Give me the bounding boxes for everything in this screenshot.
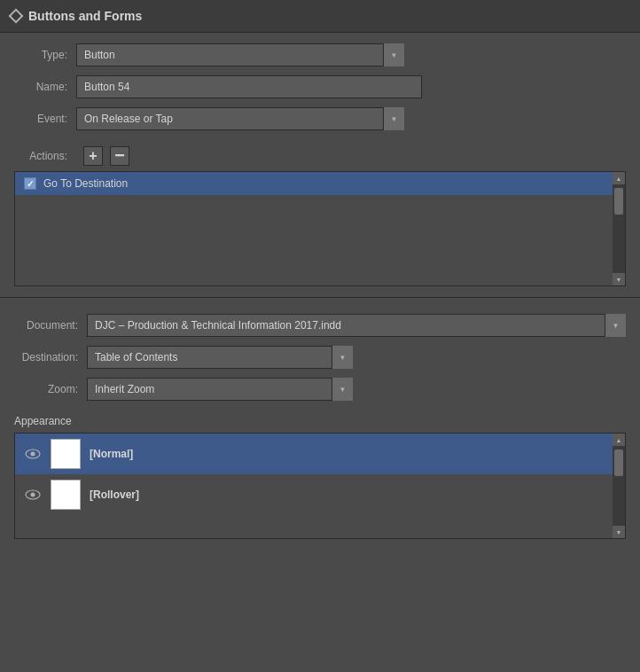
appearance-item-label-rollover: [Rollover] <box>90 488 139 501</box>
svg-point-3 <box>31 493 35 497</box>
actions-label: Actions: <box>14 150 76 162</box>
scroll-thumb[interactable] <box>614 188 623 215</box>
actions-list-container: Go To Destination ▲ ▼ <box>14 171 626 286</box>
appearance-item-rollover[interactable]: [Rollover] <box>15 474 613 515</box>
appearance-list: [Normal] [Rollover] <box>15 434 613 538</box>
panel-title: Buttons and Forms <box>28 9 142 23</box>
destination-select[interactable]: Table of Contents <box>87 346 353 369</box>
zoom-label: Zoom: <box>14 383 87 395</box>
appearance-scrollbar: ▲ ▼ <box>613 434 625 538</box>
actions-list: Go To Destination <box>15 172 613 285</box>
actions-scrollbar: ▲ ▼ <box>613 172 625 285</box>
appearance-scroll-up[interactable]: ▲ <box>613 434 625 446</box>
scroll-track <box>613 184 625 273</box>
appearance-scroll-thumb[interactable] <box>614 449 623 476</box>
action-checkbox[interactable] <box>24 177 36 190</box>
event-row: Event: On Release or Tap <box>14 107 626 130</box>
document-select-wrapper: DJC – Production & Technical Information… <box>87 314 626 337</box>
name-label: Name: <box>14 81 76 93</box>
type-select-wrapper: Button <box>76 43 404 66</box>
type-row: Type: Button <box>14 43 626 66</box>
add-action-button[interactable]: + <box>83 146 103 166</box>
type-label: Type: <box>14 49 76 61</box>
buttons-and-forms-panel: Buttons and Forms Type: Button Name: Eve… <box>0 0 640 539</box>
destination-select-wrapper: Table of Contents <box>87 346 353 369</box>
appearance-scroll-track <box>613 446 625 526</box>
remove-action-button[interactable]: − <box>110 146 129 166</box>
action-item-label: Go To Destination <box>43 177 128 190</box>
type-select[interactable]: Button <box>76 43 404 66</box>
form-section: Type: Button Name: Event: On Release or … <box>0 33 640 141</box>
document-row: Document: DJC – Production & Technical I… <box>14 314 626 337</box>
scroll-down-arrow[interactable]: ▼ <box>613 273 625 285</box>
appearance-item-label-normal: [Normal] <box>90 448 133 460</box>
panel-header: Buttons and Forms <box>0 0 640 33</box>
zoom-row: Zoom: Inherit Zoom <box>14 378 626 401</box>
appearance-list-container: [Normal] [Rollover] ▲ ▼ <box>14 433 626 539</box>
event-label: Event: <box>14 113 76 125</box>
action-item[interactable]: Go To Destination <box>15 172 613 195</box>
eye-svg-normal <box>25 449 41 459</box>
document-label: Document: <box>14 319 87 332</box>
event-select-wrapper: On Release or Tap <box>76 107 404 130</box>
appearance-item-normal[interactable]: [Normal] <box>15 434 613 474</box>
thumbnail-rollover <box>51 480 81 510</box>
destination-section: Document: DJC – Production & Technical I… <box>0 307 640 408</box>
event-select[interactable]: On Release or Tap <box>76 107 404 130</box>
diamond-icon <box>9 9 24 24</box>
thumbnail-normal <box>51 439 81 469</box>
svg-point-1 <box>31 452 35 457</box>
eye-icon-rollover[interactable] <box>24 488 42 501</box>
scroll-up-arrow[interactable]: ▲ <box>613 172 625 184</box>
zoom-select[interactable]: Inherit Zoom <box>87 378 353 401</box>
eye-svg-rollover <box>25 489 41 500</box>
name-input[interactable] <box>76 75 422 98</box>
zoom-select-wrapper: Inherit Zoom <box>87 378 353 401</box>
divider <box>0 297 640 298</box>
eye-icon-normal[interactable] <box>24 448 42 460</box>
destination-row: Destination: Table of Contents <box>14 346 626 369</box>
document-select[interactable]: DJC – Production & Technical Information… <box>87 314 626 337</box>
appearance-scroll-down[interactable]: ▼ <box>613 526 625 538</box>
appearance-header: Appearance <box>0 408 640 433</box>
destination-label: Destination: <box>14 351 87 363</box>
actions-row: Actions: + − <box>0 141 640 171</box>
name-row: Name: <box>14 75 626 98</box>
